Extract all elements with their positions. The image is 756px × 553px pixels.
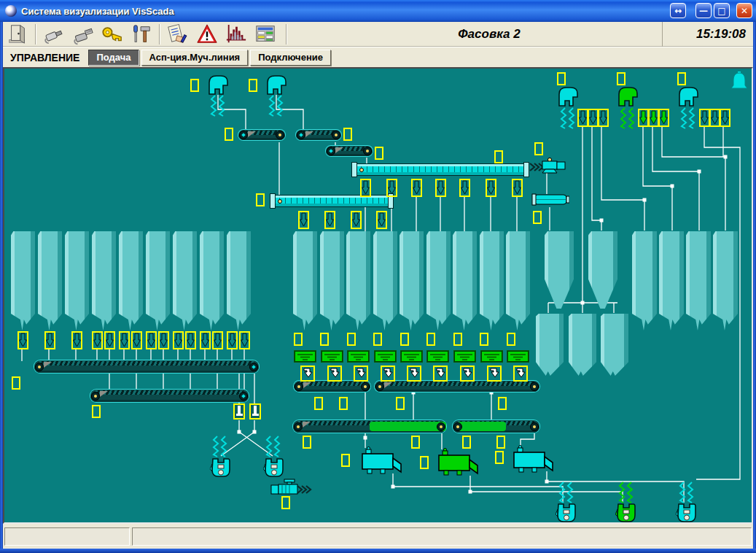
silo-105[interactable] — [400, 231, 424, 330]
equipment-label-22[interactable] — [498, 397, 507, 410]
silo-103[interactable] — [346, 231, 370, 330]
equipment-label-28[interactable] — [617, 72, 626, 85]
cyclone-29[interactable] — [678, 86, 700, 107]
tab-podkluchenie[interactable]: Подключение — [250, 50, 331, 66]
chute-icon-18[interactable] — [487, 366, 502, 382]
cyclone-4[interactable] — [208, 74, 230, 95]
silo-107[interactable] — [453, 231, 477, 330]
silo-16[interactable] — [65, 231, 89, 330]
chute-icon-14[interactable] — [381, 366, 395, 382]
equipment-label-6[interactable] — [225, 128, 233, 141]
equipment-label-r[interactable] — [396, 397, 405, 410]
chute-icon-19[interactable] — [513, 366, 528, 382]
feeder-gate-11[interactable] — [295, 351, 316, 362]
machine-25[interactable] — [437, 448, 478, 477]
silo-10[interactable] — [146, 231, 170, 330]
screw-conveyor-9[interactable] — [354, 163, 526, 176]
histogram-icon[interactable] — [222, 23, 251, 46]
journal-icon[interactable] — [163, 23, 192, 46]
conveyor-2[interactable] — [90, 390, 249, 402]
silo-101[interactable] — [293, 231, 317, 330]
chute-icon-17[interactable] — [460, 366, 475, 382]
slide-gate[interactable] — [233, 403, 245, 419]
conveyor-23[interactable] — [453, 420, 539, 433]
equipment-label-r[interactable] — [314, 397, 323, 410]
serial-plug-icon[interactable] — [39, 23, 69, 46]
equipment-label-19[interactable] — [507, 333, 515, 346]
silo-15[interactable] — [38, 231, 62, 330]
equipment-label-9[interactable] — [494, 150, 503, 163]
silo-73[interactable] — [713, 231, 738, 330]
equipment-label-1[interactable] — [12, 376, 20, 390]
equipment-label-21[interactable] — [339, 397, 348, 410]
conveyor-20[interactable] — [293, 420, 446, 433]
feeder-gate-18[interactable] — [481, 351, 502, 362]
equipment-label-30-2[interactable] — [534, 142, 543, 155]
screw-conveyor-8[interactable] — [273, 195, 391, 207]
silo-104[interactable] — [373, 231, 397, 330]
close-button[interactable]: ✕ — [736, 3, 752, 18]
equipment-label-18[interactable] — [480, 333, 488, 346]
rotary-valve[interactable] — [676, 502, 698, 524]
chute-icon-11[interactable] — [300, 366, 315, 382]
equipment-label-40[interactable] — [533, 211, 542, 224]
feeder-gate-15[interactable] — [401, 351, 422, 362]
equipment-label-2[interactable] — [92, 405, 101, 418]
rotary-valve[interactable] — [556, 502, 577, 524]
chute-icon-12[interactable] — [327, 366, 342, 382]
equipment-label-12[interactable] — [320, 333, 329, 346]
equipment-label-27[interactable] — [557, 72, 566, 85]
equipment-label-29[interactable] — [677, 72, 686, 85]
cyclone-28[interactable] — [617, 86, 639, 107]
cyclone-27[interactable] — [558, 86, 580, 107]
maximize-button[interactable]: □ — [714, 3, 730, 18]
conveyor-5[interactable] — [296, 130, 341, 140]
tab-aspiracia[interactable]: Асп-ция.Муч.линия — [141, 50, 249, 66]
rotary-valve[interactable] — [263, 457, 285, 479]
feeder-gate-17[interactable] — [454, 351, 475, 362]
conveyor-21[interactable] — [294, 381, 370, 392]
conveyor-1[interactable] — [34, 360, 259, 373]
usb-plug-icon[interactable] — [69, 23, 98, 46]
machine-24[interactable] — [361, 446, 402, 476]
feeder-gate-14[interactable] — [375, 351, 396, 362]
silo-6[interactable] — [92, 231, 116, 330]
feeder-gate-12[interactable] — [322, 351, 343, 362]
chute-icon-16[interactable] — [433, 366, 448, 382]
cyclone-3[interactable] — [266, 74, 288, 95]
equipment-label-8[interactable] — [256, 193, 265, 206]
rotary-valve[interactable] — [210, 457, 232, 479]
conveyor-6[interactable] — [238, 130, 285, 140]
menu-control[interactable]: УПРАВЛЕНИЕ — [3, 52, 88, 63]
feeder-gate-13[interactable] — [348, 351, 369, 362]
silo-71[interactable] — [659, 231, 684, 330]
equipment-label-15[interactable] — [400, 333, 409, 346]
chute-icon-13[interactable] — [354, 366, 368, 382]
screw-pump-30-1[interactable] — [270, 479, 312, 498]
equipment-label-13[interactable] — [347, 333, 356, 346]
aero-chute-40[interactable] — [531, 193, 569, 206]
silo-102[interactable] — [320, 231, 344, 330]
equipment-label-16[interactable] — [426, 333, 435, 346]
silo-9[interactable] — [119, 231, 143, 330]
equipment-label-7[interactable] — [375, 147, 383, 160]
equipment-label-4[interactable] — [190, 79, 199, 92]
equipment-label-24[interactable] — [341, 454, 350, 467]
conveyor-7[interactable] — [326, 146, 373, 156]
equipment-label-r[interactable] — [462, 436, 471, 449]
equipment-label-3[interactable] — [249, 79, 257, 92]
feeder-gate-19[interactable] — [507, 351, 529, 362]
silo-72[interactable] — [686, 231, 711, 330]
alarm-bell-icon[interactable] — [728, 71, 751, 91]
tools-icon[interactable] — [127, 23, 156, 46]
screw-pump-30-2[interactable] — [528, 155, 570, 174]
chute-icon-15[interactable] — [407, 366, 421, 382]
equipment-label-26[interactable] — [495, 451, 504, 464]
equipment-label-17[interactable] — [453, 333, 462, 346]
feeder-gate-16[interactable] — [427, 351, 448, 362]
silo-109[interactable] — [506, 231, 530, 330]
machine-26[interactable] — [513, 445, 553, 474]
equipment-label-r[interactable] — [303, 436, 311, 449]
silo-106[interactable] — [426, 231, 451, 330]
conveyor-22[interactable] — [375, 381, 539, 392]
